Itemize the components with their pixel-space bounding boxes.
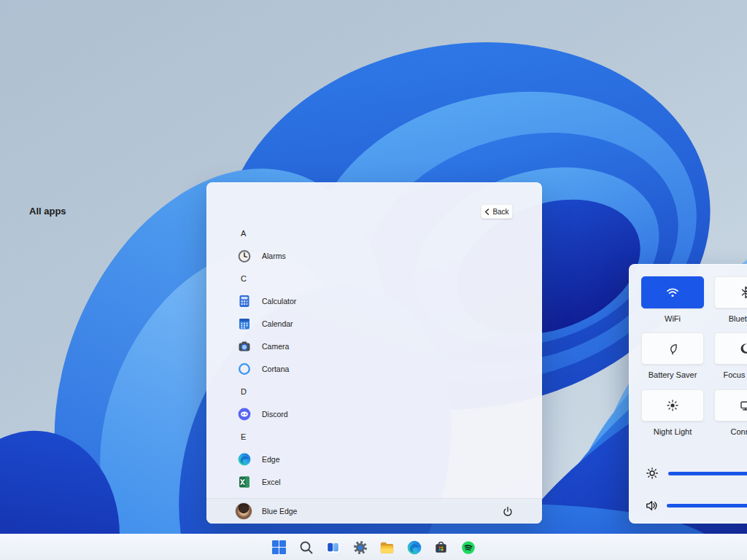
back-button-label: Back [492, 208, 508, 216]
app-item-discord[interactable]: Discord [206, 402, 527, 425]
app-item-excel[interactable]: Excel [206, 470, 527, 493]
volume-slider[interactable] [667, 504, 747, 508]
battery-saver-tile[interactable] [641, 332, 704, 365]
app-item-camera[interactable]: Camera [206, 335, 527, 357]
brightness-icon [646, 467, 659, 480]
taskbar [0, 534, 747, 560]
camera-icon [237, 339, 252, 354]
calculator-icon [237, 294, 252, 308]
chevron-left-icon [484, 209, 489, 215]
alarms-icon [237, 249, 252, 263]
calendar-icon [237, 316, 252, 331]
edge-button[interactable] [406, 539, 423, 556]
night-light-sun-icon [666, 399, 679, 412]
brightness-slider[interactable] [668, 472, 747, 475]
file-explorer-folder-icon [379, 539, 395, 556]
quick-settings-panel: WiFi Bluetooth Battery Saver Focus assis… [629, 264, 747, 524]
search-button[interactable] [298, 539, 315, 556]
bluetooth-icon [739, 286, 747, 299]
all-apps-title: All apps [29, 206, 66, 217]
app-item-edge[interactable]: Edge [206, 448, 527, 470]
settings-gear-icon [352, 540, 368, 556]
section-letter-d[interactable]: D [206, 380, 527, 402]
focus-moon-icon [739, 342, 747, 355]
connect-tile[interactable] [714, 389, 747, 421]
settings-button[interactable] [352, 539, 369, 556]
edge-icon [237, 452, 252, 467]
task-view-icon [325, 539, 341, 556]
start-menu-footer: Blue Edge [206, 498, 542, 524]
spotify-icon [460, 540, 476, 556]
connect-label: Connect [731, 427, 747, 436]
back-button[interactable]: Back [481, 204, 513, 219]
user-name: Blue Edge [262, 507, 297, 516]
bluetooth-tile[interactable] [714, 276, 747, 308]
section-letter-c[interactable]: C [206, 267, 527, 289]
battery-saver-leaf-icon [666, 342, 679, 355]
battery-saver-label: Battery Saver [649, 370, 697, 379]
search-icon [298, 540, 314, 556]
app-item-calculator[interactable]: Calculator [206, 289, 527, 312]
app-item-cortana[interactable]: Cortana [206, 357, 527, 380]
start-button[interactable] [271, 539, 288, 556]
power-button[interactable] [500, 503, 516, 519]
all-apps-list: A Alarms C Calculator Calendar [206, 222, 527, 493]
app-item-calendar[interactable]: Calendar [206, 312, 527, 335]
app-item-alarms[interactable]: Alarms [206, 244, 527, 267]
edge-icon [406, 540, 422, 556]
focus-assist-tile[interactable] [714, 332, 747, 365]
task-view-button[interactable] [325, 539, 342, 556]
discord-icon [237, 407, 252, 421]
cortana-icon [237, 362, 252, 376]
power-icon [502, 505, 514, 517]
volume-icon [645, 499, 659, 513]
bluetooth-label: Bluetooth [729, 314, 747, 323]
wifi-tile[interactable] [641, 276, 704, 308]
spotify-button[interactable] [460, 539, 477, 556]
microsoft-store-icon [433, 539, 449, 556]
section-letter-a[interactable]: A [206, 222, 527, 244]
wifi-label: WiFi [665, 314, 681, 323]
file-explorer-button[interactable] [379, 539, 396, 556]
connect-cast-icon [739, 399, 747, 412]
night-light-label: Night Light [654, 427, 692, 436]
wifi-icon [665, 285, 680, 300]
microsoft-store-button[interactable] [433, 539, 450, 556]
user-avatar[interactable] [236, 503, 252, 519]
focus-assist-label: Focus assist [723, 370, 747, 379]
section-letter-e[interactable]: E [206, 425, 527, 448]
night-light-tile[interactable] [641, 389, 704, 421]
excel-icon [237, 475, 252, 489]
windows-start-icon [271, 540, 287, 555]
